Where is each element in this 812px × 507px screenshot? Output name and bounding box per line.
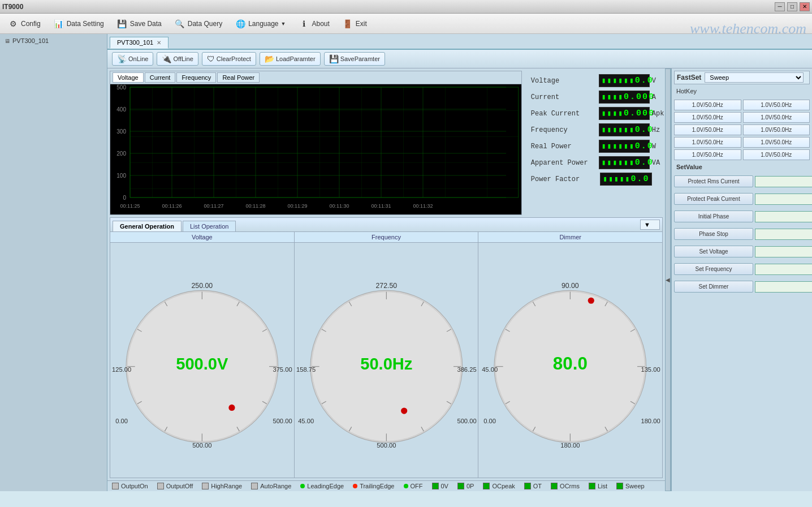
chart-tab-realpower[interactable]: Real Power	[217, 72, 260, 83]
svg-text:80.0: 80.0	[553, 354, 588, 373]
chart-tab-voltage[interactable]: Voltage	[113, 72, 144, 83]
hotkey-btn-9[interactable]: 1.0V/50.0Hz	[674, 149, 741, 160]
sidebar-item-pvt300[interactable]: 🖥 PVT300_101	[2, 36, 105, 45]
online-button[interactable]: 📡 OnLine	[112, 52, 153, 66]
0p-label: 0P	[467, 483, 474, 489]
tab-pvt300[interactable]: PVT300_101 ✕	[110, 37, 169, 49]
svg-text:125.00: 125.00	[112, 366, 131, 373]
main-layout: 🖥 PVT300_101 PVT300_101 ✕ 📡 OnLine 🔌 Off…	[0, 34, 812, 491]
meter-real-power-value: ▮▮▮▮▮▮0.0	[599, 140, 650, 153]
data-setting-icon: 📊	[53, 18, 64, 29]
ocrms-led	[551, 483, 558, 489]
set-dimmer-input[interactable]	[755, 281, 812, 293]
hotkey-btn-2[interactable]: 1.0V/50.0Hz	[743, 100, 810, 110]
autorange-label: AutoRange	[260, 483, 291, 489]
status-trailingedge: TrailingEdge	[353, 483, 394, 489]
hotkey-btn-1[interactable]: 1.0V/50.0Hz	[674, 100, 741, 110]
initial-phase-button[interactable]: Initial Phase	[674, 210, 753, 222]
svg-text:500: 500	[116, 84, 126, 91]
set-voltage-button[interactable]: Set Voltage	[674, 246, 753, 257]
setvalue-initial-phase: Initial Phase	[674, 210, 810, 222]
dimmer-gauge-section: 90.00 45.00 135.00 0.00 180.00 180.00 80…	[478, 243, 662, 478]
set-voltage-input[interactable]	[755, 246, 812, 257]
clearprotect-button[interactable]: 🛡 ClearProtect	[202, 52, 256, 66]
trailingedge-label: TrailingEdge	[360, 483, 394, 489]
menu-exit[interactable]: 🚪 Exit	[337, 16, 372, 32]
close-button[interactable]: ✕	[800, 2, 810, 11]
menu-language-label: Language	[248, 20, 278, 28]
online-icon: 📡	[117, 54, 127, 63]
gauge-voltage-title: Voltage	[110, 232, 295, 242]
minimize-button[interactable]: ─	[775, 2, 785, 11]
hotkey-btn-7[interactable]: 1.0V/50.0Hz	[674, 137, 741, 148]
work-area: Voltage Current Frequency Real Power	[107, 68, 812, 491]
outputoff-led	[157, 483, 164, 489]
set-frequency-input[interactable]	[755, 264, 812, 275]
fastset-panel: FastSet Sweep HotKey 1.0V/50.0Hz 1.0V/50…	[671, 68, 812, 491]
genop-tab-general[interactable]: General Operation	[113, 221, 182, 231]
meter-voltage-unit: V	[652, 77, 656, 85]
loadparam-button[interactable]: 📂 LoadParamter	[260, 52, 321, 66]
saveparam-button[interactable]: 💾 SaveParamter	[324, 52, 385, 66]
menu-config[interactable]: ⚙ Config	[2, 16, 46, 32]
fastset-mode-select[interactable]: Sweep	[705, 72, 804, 83]
0v-label: 0V	[441, 483, 448, 489]
hotkey-btn-8[interactable]: 1.0V/50.0Hz	[743, 137, 810, 148]
restore-button[interactable]: □	[787, 2, 797, 11]
set-dimmer-button[interactable]: Set Dimmer	[674, 281, 753, 293]
svg-text:500.00: 500.00	[457, 418, 476, 424]
about-icon: ℹ	[298, 18, 309, 29]
tab-bar: PVT300_101 ✕	[107, 34, 812, 50]
collapse-handle[interactable]: ◀	[665, 68, 671, 491]
svg-text:00:11:28: 00:11:28	[245, 203, 265, 209]
status-highrange: HighRange	[202, 483, 242, 489]
menu-save-data[interactable]: 💾 Save Data	[111, 16, 167, 32]
protect-peak-current-button[interactable]: Protect Peak Current	[674, 193, 753, 205]
menu-data-setting-label: Data Setting	[67, 20, 104, 28]
gauges-container: 250.00 125.00 375.00 0.00 500.00 500.00 …	[110, 243, 662, 478]
exit-icon: 🚪	[342, 18, 353, 29]
fastset-title: FastSet	[677, 74, 701, 81]
svg-text:00:11:31: 00:11:31	[371, 203, 391, 209]
meter-voltage-label: Voltage	[531, 77, 599, 85]
svg-text:0: 0	[123, 195, 126, 201]
setvalue-dimmer: Set Dimmer	[674, 281, 810, 293]
menu-config-label: Config	[21, 20, 41, 28]
hotkey-btn-10[interactable]: 1.0V/50.0Hz	[743, 149, 810, 160]
chart-tab-current[interactable]: Current	[145, 72, 176, 83]
set-frequency-button[interactable]: Set Frequency	[674, 263, 753, 275]
toolbar: 📡 OnLine 🔌 OffLine 🛡 ClearProtect 📂 Load…	[107, 50, 812, 68]
svg-text:90.00: 90.00	[562, 282, 579, 290]
hotkey-btn-6[interactable]: 1.0V/50.0Hz	[743, 124, 810, 135]
menu-data-setting[interactable]: 📊 Data Setting	[48, 16, 109, 32]
genop-expand-button[interactable]: ▼	[640, 220, 660, 230]
menu-language[interactable]: 🌐 Language ▼	[230, 16, 291, 32]
status-autorange: AutoRange	[251, 483, 291, 489]
svg-text:500.0V: 500.0V	[176, 355, 228, 373]
meter-apparent-power-label: Apparent Power	[531, 159, 599, 167]
outputon-led	[112, 483, 119, 489]
offline-button[interactable]: 🔌 OffLine	[157, 52, 198, 66]
hotkey-btn-4[interactable]: 1.0V/50.0Hz	[743, 112, 810, 123]
svg-text:400: 400	[116, 106, 126, 113]
outputoff-label: OutputOff	[166, 483, 193, 489]
status-off: OFF	[404, 483, 423, 489]
hotkey-btn-5[interactable]: 1.0V/50.0Hz	[674, 124, 741, 135]
genop-tab-list[interactable]: List Operation	[183, 221, 236, 231]
meter-frequency-value: ▮▮▮▮▮▮0.0	[599, 123, 650, 136]
chart-tab-frequency[interactable]: Frequency	[176, 72, 216, 83]
phase-stop-input[interactable]	[755, 229, 812, 240]
tab-close-icon[interactable]: ✕	[157, 40, 161, 46]
menu-about[interactable]: ℹ About	[293, 16, 334, 32]
protect-rms-current-button[interactable]: Protect Rms Current	[674, 175, 753, 187]
protect-peak-current-input[interactable]	[755, 194, 812, 205]
hotkey-btn-3[interactable]: 1.0V/50.0Hz	[674, 112, 741, 123]
meter-frequency-label: Frequency	[531, 126, 599, 134]
menu-data-query[interactable]: 🔍 Data Query	[169, 16, 227, 32]
phase-stop-button[interactable]: Phase Stop	[674, 228, 753, 240]
status-outputoff: OutputOff	[157, 483, 193, 489]
sidebar-item-label: PVT300_101	[12, 37, 49, 44]
initial-phase-input[interactable]	[755, 211, 812, 222]
protect-rms-current-input[interactable]	[755, 176, 812, 187]
offline-label: OffLine	[173, 55, 193, 62]
